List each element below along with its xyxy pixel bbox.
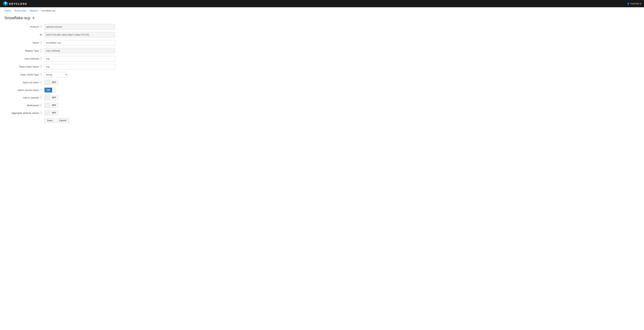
add-to-userinfo-toggle-btn[interactable]: OFF xyxy=(44,95,58,100)
toggle-spacer-userinfo xyxy=(44,95,50,100)
add-to-id-token-help-icon[interactable]: ? xyxy=(40,81,42,84)
mapper-type-input xyxy=(44,48,115,53)
breadcrumb-sep-3: › xyxy=(40,9,40,12)
multivalued-help-icon[interactable]: ? xyxy=(40,104,42,107)
form-buttons: Save Cancel xyxy=(44,118,159,123)
id-input xyxy=(44,32,115,37)
add-to-id-token-toggle-btn[interactable]: OFF xyxy=(44,80,58,85)
user-icon: 👤 xyxy=(627,2,630,5)
name-field-group: Name ? xyxy=(4,40,159,45)
brand: KEYCLOAK xyxy=(3,1,27,6)
user-menu[interactable]: 👤 Keycloak ▾ xyxy=(627,2,641,5)
breadcrumb-current: snowflake-scp xyxy=(42,9,56,12)
navbar: KEYCLOAK 👤 Keycloak ▾ xyxy=(0,0,644,7)
breadcrumb-sep-2: › xyxy=(28,9,28,12)
protocol-help-icon[interactable]: ? xyxy=(40,25,42,28)
token-claim-name-input[interactable] xyxy=(44,64,115,69)
multivalued-toggle: OFF xyxy=(44,103,115,108)
svg-point-4 xyxy=(5,3,6,4)
multivalued-label: Multivalued ? xyxy=(4,104,44,107)
add-to-userinfo-toggle: OFF xyxy=(44,95,115,100)
mapper-type-field-group: Mapper Type ? xyxy=(4,48,159,53)
multivalued-toggle-btn[interactable]: OFF xyxy=(44,103,58,108)
user-label: Keycloak xyxy=(630,2,639,5)
delete-icon[interactable]: 🗑 xyxy=(32,16,35,19)
aggregate-attribute-values-toggle: OFF xyxy=(44,110,115,115)
breadcrumb-mappers[interactable]: Mappers xyxy=(30,9,38,12)
save-button[interactable]: Save xyxy=(44,118,55,123)
brand-name: KEYCLOAK xyxy=(9,2,27,5)
toggle-spacer-id xyxy=(44,80,50,85)
add-to-id-token-off-label: OFF xyxy=(50,80,58,85)
cancel-button[interactable]: Cancel xyxy=(56,118,69,123)
add-to-userinfo-off-label: OFF xyxy=(50,95,58,100)
claim-json-type-help-icon[interactable]: ? xyxy=(40,73,42,76)
breadcrumb-domino-play[interactable]: domino-play xyxy=(14,9,26,12)
add-to-id-token-toggle: OFF xyxy=(44,80,115,85)
name-input[interactable] xyxy=(44,40,115,45)
add-to-access-token-field-group: Add to access token ? ON xyxy=(4,87,159,93)
page-content: Snowflake-scp 🗑 Protocol ? ID Name ? Map… xyxy=(0,14,164,130)
add-to-access-token-on-btn[interactable]: ON xyxy=(44,88,52,92)
add-to-id-token-field-group: Add to ID token ? OFF xyxy=(4,80,159,85)
name-label: Name ? xyxy=(4,41,44,44)
page-title: Snowflake-scp 🗑 xyxy=(4,15,159,20)
user-attribute-input[interactable] xyxy=(44,56,115,61)
add-to-access-token-toggle: ON xyxy=(44,87,115,93)
add-to-access-token-off-btn[interactable] xyxy=(52,88,56,92)
keycloak-logo-icon xyxy=(3,1,8,6)
protocol-label: Protocol ? xyxy=(4,25,44,28)
mapper-type-label: Mapper Type ? xyxy=(4,49,44,52)
page-title-text: Snowflake-scp xyxy=(4,15,30,20)
token-claim-name-field-group: Token Claim Name ? xyxy=(4,64,159,69)
add-to-access-token-label: Add to access token ? xyxy=(4,89,44,91)
add-to-access-token-toggle-btn[interactable]: ON xyxy=(44,87,56,93)
token-claim-name-help-icon[interactable]: ? xyxy=(40,65,42,68)
token-claim-name-label: Token Claim Name ? xyxy=(4,65,44,68)
user-attribute-label: User Attribute ? xyxy=(4,57,44,60)
chevron-down-icon: ▾ xyxy=(640,2,641,5)
protocol-field-group: Protocol ? xyxy=(4,24,159,29)
add-to-id-token-label: Add to ID token ? xyxy=(4,81,44,84)
id-label: ID xyxy=(4,33,44,36)
protocol-input xyxy=(44,24,115,29)
aggregate-attribute-values-help-icon[interactable]: ? xyxy=(40,112,42,114)
aggregate-attribute-values-toggle-btn[interactable]: OFF xyxy=(44,110,58,115)
claim-json-type-select[interactable]: String long int boolean JSON xyxy=(44,72,68,77)
name-help-icon[interactable]: ? xyxy=(40,41,42,44)
mapper-type-help-icon[interactable]: ? xyxy=(40,49,42,52)
breadcrumb: Clients › domino-play › Mappers › snowfl… xyxy=(0,7,644,14)
user-attribute-field-group: User Attribute ? xyxy=(4,56,159,61)
id-field-group: ID xyxy=(4,32,159,37)
add-to-userinfo-field-group: Add to userinfo ? OFF xyxy=(4,95,159,100)
claim-json-type-field-group: Claim JSON Type ? String long int boolea… xyxy=(4,72,159,77)
multivalued-field-group: Multivalued ? OFF xyxy=(4,103,159,108)
add-to-userinfo-help-icon[interactable]: ? xyxy=(40,96,42,99)
user-attribute-help-icon[interactable]: ? xyxy=(40,57,42,60)
toggle-spacer-multivalued xyxy=(44,103,50,108)
add-to-access-token-help-icon[interactable]: ? xyxy=(40,89,42,91)
claim-json-type-label: Claim JSON Type ? xyxy=(4,73,44,76)
multivalued-off-label: OFF xyxy=(50,103,58,108)
aggregate-attribute-values-off-label: OFF xyxy=(50,111,58,115)
toggle-spacer-aggregate xyxy=(44,111,50,115)
aggregate-attribute-values-field-group: Aggregate attribute values ? OFF xyxy=(4,110,159,115)
add-to-userinfo-label: Add to userinfo ? xyxy=(4,96,44,99)
aggregate-attribute-values-label: Aggregate attribute values ? xyxy=(4,112,44,114)
breadcrumb-clients[interactable]: Clients xyxy=(4,9,11,12)
breadcrumb-sep-1: › xyxy=(12,9,13,12)
